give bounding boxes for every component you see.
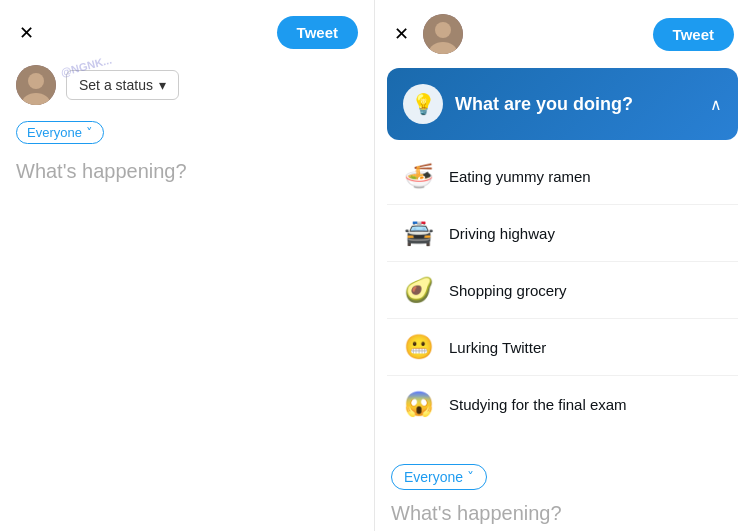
close-icon-right[interactable]: ✕: [391, 24, 411, 44]
status-dropdown-title: 💡 What are you doing?: [403, 84, 633, 124]
status-item-shopping[interactable]: 🥑 Shopping grocery: [387, 262, 738, 319]
lurking-label: Lurking Twitter: [449, 339, 546, 356]
everyone-badge-right[interactable]: Everyone ˅: [391, 464, 487, 490]
avatar-right: [423, 14, 463, 54]
svg-point-4: [435, 22, 451, 38]
whats-happening-left[interactable]: What's happening?: [16, 160, 358, 183]
tweet-button-left[interactable]: Tweet: [277, 16, 358, 49]
status-item-lurking[interactable]: 😬 Lurking Twitter: [387, 319, 738, 376]
set-status-chevron: ▾: [159, 77, 166, 93]
tweet-button-right[interactable]: Tweet: [653, 18, 734, 51]
avatar-left: [16, 65, 56, 105]
status-dropdown-header: 💡 What are you doing? ∧: [403, 84, 722, 124]
studying-emoji: 😱: [403, 390, 435, 418]
everyone-chevron-right: ˅: [467, 469, 474, 485]
status-item-driving[interactable]: 🚔 Driving highway: [387, 205, 738, 262]
status-item-ramen[interactable]: 🍜 Eating yummy ramen: [387, 148, 738, 205]
studying-label: Studying for the final exam: [449, 396, 627, 413]
set-status-label: Set a status: [79, 77, 153, 93]
ramen-label: Eating yummy ramen: [449, 168, 591, 185]
everyone-badge-left[interactable]: Everyone ˅: [16, 121, 104, 144]
right-compose-bottom: Everyone ˅ What's happening?: [375, 448, 750, 531]
whats-happening-right[interactable]: What's happening?: [391, 502, 734, 525]
lightbulb-icon: 💡: [403, 84, 443, 124]
right-compose-panel: ✕ Tweet 💡 What are you doing? ∧ 🍜 Eating: [375, 0, 750, 531]
driving-label: Driving highway: [449, 225, 555, 242]
status-dropdown-label: What are you doing?: [455, 94, 633, 115]
chevron-up-icon[interactable]: ∧: [710, 95, 722, 114]
everyone-label-left: Everyone: [27, 125, 82, 140]
everyone-label-right: Everyone: [404, 469, 463, 485]
everyone-chevron-left: ˅: [86, 125, 93, 140]
status-dropdown: 💡 What are you doing? ∧: [387, 68, 738, 140]
left-header-left: ✕: [16, 23, 36, 43]
status-item-studying[interactable]: 😱 Studying for the final exam: [387, 376, 738, 432]
right-header: ✕ Tweet: [375, 0, 750, 68]
set-status-button[interactable]: Set a status ▾: [66, 70, 179, 100]
driving-emoji: 🚔: [403, 219, 435, 247]
shopping-label: Shopping grocery: [449, 282, 567, 299]
left-header: ✕ Tweet: [16, 16, 358, 49]
shopping-emoji: 🥑: [403, 276, 435, 304]
status-list: 🍜 Eating yummy ramen 🚔 Driving highway 🥑…: [387, 148, 738, 432]
close-icon[interactable]: ✕: [16, 23, 36, 43]
left-compose-panel: ✕ Tweet Set a status ▾ @NGNK... Everyone…: [0, 0, 375, 531]
ramen-emoji: 🍜: [403, 162, 435, 190]
svg-point-1: [28, 73, 44, 89]
lurking-emoji: 😬: [403, 333, 435, 361]
